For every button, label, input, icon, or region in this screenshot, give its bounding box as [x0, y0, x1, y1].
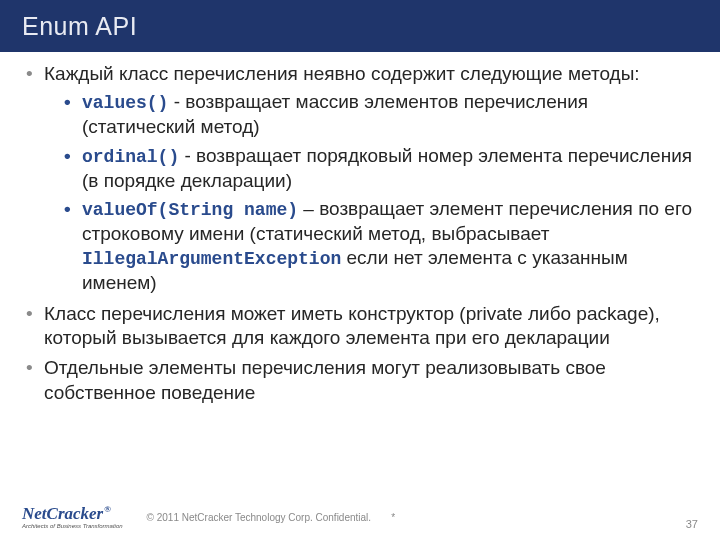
sub-bullet-item: values() - возвращает массив элементов п… [64, 90, 694, 139]
registered-mark: ® [104, 504, 111, 514]
page-number: 37 [686, 518, 698, 530]
copyright-text: © 2011 NetCracker Technology Corp. Confi… [147, 512, 372, 523]
logo-main-text: NetCracker [22, 504, 103, 523]
bullet-text: Класс перечисления может иметь конструкт… [44, 303, 660, 348]
sub-bullet-list: values() - возвращает массив элементов п… [44, 90, 694, 295]
content-area: Каждый класс перечисления неявно содержи… [0, 52, 720, 405]
code-snippet: values() [82, 93, 168, 113]
slide-title: Enum API [22, 12, 137, 41]
code-snippet: ordinal() [82, 147, 179, 167]
code-snippet: valueOf(String name) [82, 200, 298, 220]
logo: NetCracker® Architects of Business Trans… [22, 505, 123, 529]
sub-bullet-item: valueOf(String name) – возвращает элемен… [64, 197, 694, 296]
logo-tagline: Architects of Business Transformation [22, 523, 123, 529]
bullet-item: Каждый класс перечисления неявно содержи… [26, 62, 694, 296]
footer: NetCracker® Architects of Business Trans… [0, 498, 720, 540]
logo-text: NetCracker® [22, 505, 123, 522]
bullet-item: Отдельные элементы перечисления могут ре… [26, 356, 694, 405]
bullet-list: Каждый класс перечисления неявно содержи… [26, 62, 694, 405]
date-placeholder: * [391, 512, 395, 523]
sub-bullet-item: ordinal() - возвращает порядковый номер … [64, 144, 694, 193]
bullet-text: Каждый класс перечисления неявно содержи… [44, 63, 640, 84]
title-bar: Enum API [0, 0, 720, 52]
bullet-text: Отдельные элементы перечисления могут ре… [44, 357, 606, 402]
bullet-item: Класс перечисления может иметь конструкт… [26, 302, 694, 351]
code-snippet: IllegalArgumentException [82, 249, 341, 269]
slide: Enum API Каждый класс перечисления неявн… [0, 0, 720, 540]
